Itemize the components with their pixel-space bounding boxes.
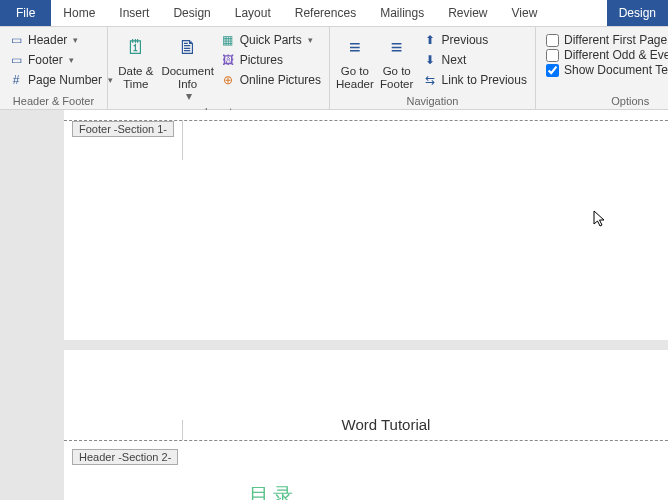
tab-mailings[interactable]: Mailings xyxy=(368,0,436,26)
link-to-previous-icon: ⇆ xyxy=(422,72,438,88)
quick-parts-icon: ▦ xyxy=(220,32,236,48)
tab-design-tool[interactable]: Design xyxy=(607,0,668,26)
goto-header-button[interactable]: ≡ Go to Header xyxy=(334,29,376,90)
footer-button[interactable]: ▭ Footer ▾ xyxy=(4,51,117,69)
goto-footer-button[interactable]: ≡ Go to Footer xyxy=(376,29,418,90)
different-odd-even-label: Different Odd & Even Pages xyxy=(564,48,668,62)
date-time-icon: 🗓 xyxy=(120,31,152,63)
tab-review[interactable]: Review xyxy=(436,0,499,26)
tab-home[interactable]: Home xyxy=(51,0,107,26)
ribbon: ▭ Header ▾ ▭ Footer ▾ # Page Number ▾ He… xyxy=(0,26,668,110)
footer-label: Footer xyxy=(28,53,63,67)
pictures-button[interactable]: 🖼 Pictures xyxy=(216,51,325,69)
different-first-page-input[interactable] xyxy=(546,34,559,47)
tab-design[interactable]: Design xyxy=(161,0,222,26)
chevron-down-icon: ▾ xyxy=(186,90,192,103)
next-button[interactable]: ⬇ Next xyxy=(418,51,531,69)
online-pictures-icon: ⊕ xyxy=(220,72,236,88)
page-number-button[interactable]: # Page Number ▾ xyxy=(4,71,117,89)
goto-footer-label: Go to Footer xyxy=(378,65,416,90)
show-document-text-input[interactable] xyxy=(546,64,559,77)
group-label-navigation: Navigation xyxy=(330,94,535,109)
next-icon: ⬇ xyxy=(422,52,438,68)
goto-footer-icon: ≡ xyxy=(381,31,413,63)
previous-label: Previous xyxy=(442,33,489,47)
different-first-page-checkbox[interactable]: Different First Page xyxy=(546,33,668,47)
group-navigation: ≡ Go to Header ≡ Go to Footer ⬆ Previous… xyxy=(330,27,536,109)
tab-insert[interactable]: Insert xyxy=(107,0,161,26)
group-insert: 🗓 Date & Time 🗎 Document Info ▾ ▦ Quick … xyxy=(108,27,330,109)
pictures-label: Pictures xyxy=(240,53,283,67)
show-document-text-label: Show Document Text xyxy=(564,63,668,77)
ribbon-tabs: File Home Insert Design Layout Reference… xyxy=(0,0,668,26)
group-label-header-footer: Header & Footer xyxy=(0,94,107,109)
margin-guide xyxy=(182,420,183,440)
chevron-down-icon: ▾ xyxy=(73,35,78,45)
header-icon: ▭ xyxy=(8,32,24,48)
header-label: Header xyxy=(28,33,67,47)
header-section-tag: Header -Section 2- xyxy=(72,449,178,465)
tab-layout[interactable]: Layout xyxy=(223,0,283,26)
goto-header-icon: ≡ xyxy=(339,31,371,63)
different-odd-even-input[interactable] xyxy=(546,49,559,62)
page-2[interactable]: Word Tutorial Header -Section 2- 目录 xyxy=(64,350,668,500)
group-options: Different First Page Different Odd & Eve… xyxy=(536,27,668,109)
link-to-previous-button[interactable]: ⇆ Link to Previous xyxy=(418,71,531,89)
tab-view[interactable]: View xyxy=(500,0,550,26)
page-1[interactable]: Footer -Section 1- xyxy=(64,110,668,340)
date-time-label: Date & Time xyxy=(114,65,158,90)
document-info-button[interactable]: 🗎 Document Info ▾ xyxy=(160,29,216,103)
document-info-icon: 🗎 xyxy=(172,31,204,63)
header-button[interactable]: ▭ Header ▾ xyxy=(4,31,117,49)
page-number-label: Page Number xyxy=(28,73,102,87)
margin-guide xyxy=(182,120,183,160)
mouse-cursor-icon xyxy=(593,210,607,228)
goto-header-label: Go to Header xyxy=(336,65,374,90)
quick-parts-label: Quick Parts xyxy=(240,33,302,47)
page-number-icon: # xyxy=(8,72,24,88)
header-text[interactable]: Word Tutorial xyxy=(342,416,431,433)
pictures-icon: 🖼 xyxy=(220,52,236,68)
document-info-label: Document Info xyxy=(161,65,213,90)
online-pictures-label: Online Pictures xyxy=(240,73,321,87)
document-area: Footer -Section 1- Word Tutorial Header … xyxy=(0,110,668,500)
chevron-down-icon: ▾ xyxy=(308,35,313,45)
group-header-footer: ▭ Header ▾ ▭ Footer ▾ # Page Number ▾ He… xyxy=(0,27,108,109)
date-time-button[interactable]: 🗓 Date & Time xyxy=(112,29,160,90)
footer-icon: ▭ xyxy=(8,52,24,68)
tab-file[interactable]: File xyxy=(0,0,51,26)
group-label-options: Options xyxy=(536,94,668,109)
next-label: Next xyxy=(442,53,467,67)
show-document-text-checkbox[interactable]: Show Document Text xyxy=(546,63,668,77)
quick-parts-button[interactable]: ▦ Quick Parts ▾ xyxy=(216,31,325,49)
previous-icon: ⬆ xyxy=(422,32,438,48)
footer-section-tag: Footer -Section 1- xyxy=(72,121,174,137)
previous-button[interactable]: ⬆ Previous xyxy=(418,31,531,49)
tab-spacer xyxy=(549,0,606,26)
toc-heading[interactable]: 目录 xyxy=(249,482,297,500)
different-first-page-label: Different First Page xyxy=(564,33,667,47)
online-pictures-button[interactable]: ⊕ Online Pictures xyxy=(216,71,325,89)
different-odd-even-checkbox[interactable]: Different Odd & Even Pages xyxy=(546,48,668,62)
link-to-previous-label: Link to Previous xyxy=(442,73,527,87)
chevron-down-icon: ▾ xyxy=(69,55,74,65)
tab-references[interactable]: References xyxy=(283,0,368,26)
